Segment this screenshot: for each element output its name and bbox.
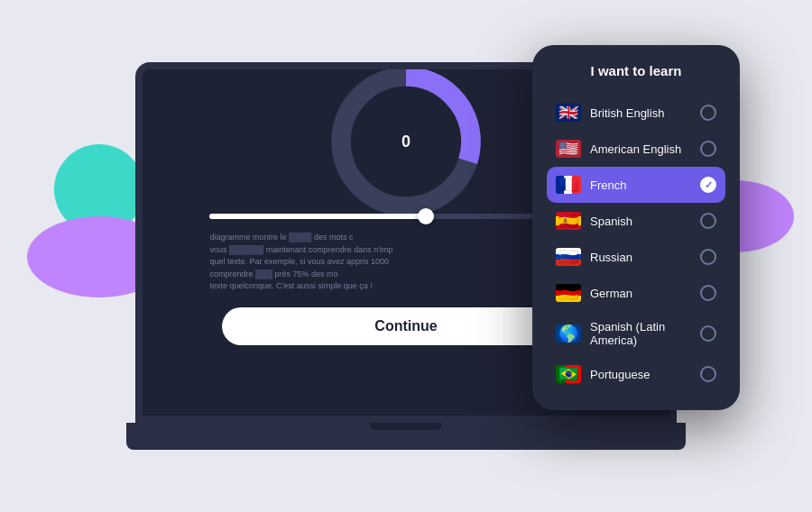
- flag-fr: 🇫🇷: [556, 176, 581, 194]
- lang-name-american-english: American English: [590, 142, 700, 156]
- language-item-russian[interactable]: 🇷🇺 Russian: [547, 239, 725, 275]
- flag-de: 🇩🇪: [556, 284, 581, 302]
- flag-la: 🌎: [556, 325, 581, 343]
- language-item-portuguese[interactable]: 🇧🇷 Portuguese: [547, 356, 725, 392]
- lang-name-portuguese: Portuguese: [590, 368, 700, 381]
- language-item-british-english[interactable]: 🇬🇧 British English: [547, 95, 725, 131]
- radio-spanish[interactable]: [700, 213, 716, 229]
- language-item-american-english[interactable]: 🇺🇸 American English: [547, 131, 725, 167]
- radio-russian[interactable]: [700, 249, 716, 265]
- radio-french[interactable]: [700, 177, 716, 193]
- language-item-spanish[interactable]: 🇪🇸 Spanish: [547, 203, 725, 239]
- panel-title: I want to learn: [547, 63, 725, 78]
- radio-german[interactable]: [700, 285, 716, 301]
- language-list: 🇬🇧 British English 🇺🇸 American English 🇫…: [547, 95, 725, 392]
- counter: 0: [401, 133, 411, 151]
- lang-name-british-english: British English: [590, 106, 700, 120]
- flag-pt: 🇧🇷: [556, 365, 581, 383]
- radio-spanish-latin[interactable]: [700, 325, 716, 342]
- slider-fill: [209, 214, 425, 219]
- slider-thumb[interactable]: [418, 208, 434, 224]
- radio-british-english[interactable]: [700, 105, 716, 121]
- lang-name-german: German: [590, 287, 700, 300]
- radio-american-english[interactable]: [700, 141, 716, 157]
- lang-name-spanish-latin: Spanish (Latin America): [590, 320, 700, 347]
- flag-ru: 🇷🇺: [556, 248, 581, 266]
- scene: 0 diagramme montre le ████ des mots c vo…: [0, 0, 812, 512]
- flag-es: 🇪🇸: [556, 212, 581, 230]
- lang-name-spanish: Spanish: [590, 215, 700, 228]
- flag-uk: 🇬🇧: [556, 104, 581, 122]
- lang-name-french: French: [590, 178, 700, 192]
- phone-panel: I want to learn 🇬🇧 British English 🇺🇸 Am…: [532, 45, 740, 410]
- radio-portuguese[interactable]: [700, 366, 716, 382]
- flag-us: 🇺🇸: [556, 140, 581, 158]
- language-item-german[interactable]: 🇩🇪 German: [547, 275, 725, 311]
- laptop-base: [126, 423, 686, 450]
- language-item-spanish-latin[interactable]: 🌎 Spanish (Latin America): [547, 311, 725, 356]
- lang-name-russian: Russian: [590, 251, 700, 264]
- language-item-french[interactable]: 🇫🇷 French: [547, 167, 725, 203]
